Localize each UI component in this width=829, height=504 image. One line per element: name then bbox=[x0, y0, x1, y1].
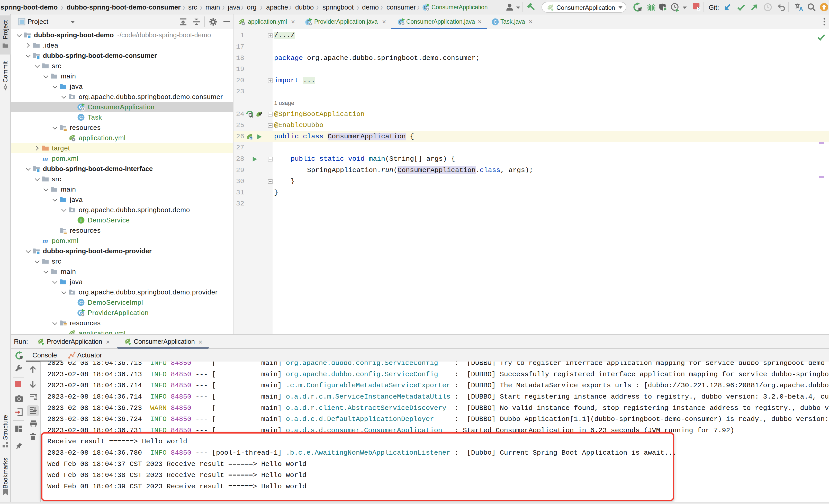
svg-text:C: C bbox=[494, 19, 497, 25]
svg-text:C: C bbox=[79, 300, 83, 305]
svg-text:m: m bbox=[42, 154, 48, 163]
svg-text:m: m bbox=[42, 237, 48, 245]
svg-text:2: 2 bbox=[697, 7, 700, 11]
svg-text:C: C bbox=[79, 115, 83, 120]
svg-text:A: A bbox=[799, 6, 803, 11]
svg-text:I: I bbox=[80, 218, 81, 223]
